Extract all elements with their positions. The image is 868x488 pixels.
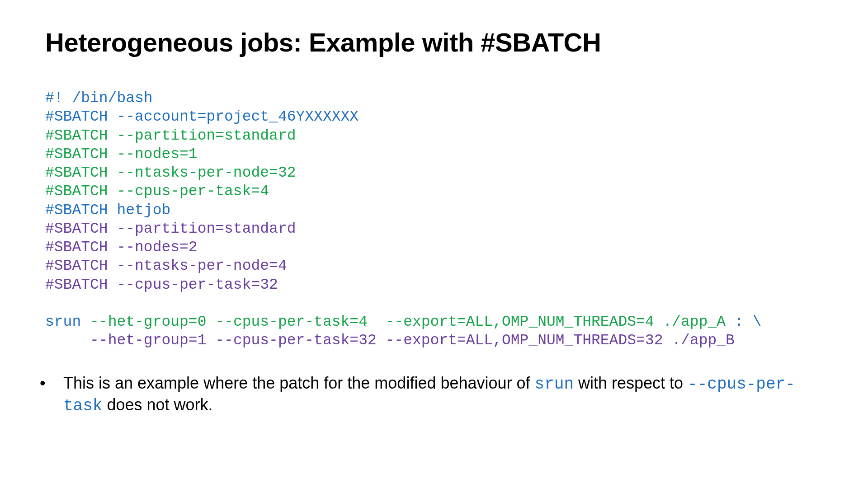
bullet-item: •This is an example where the patch for … <box>45 373 823 416</box>
bullet-text-3: does not work. <box>102 395 212 414</box>
code-srun-group1: --het-group=1 --cpus-per-task=32 --expor… <box>90 332 735 349</box>
slide-title: Heterogeneous jobs: Example with #SBATCH <box>45 27 823 57</box>
code-block: #! /bin/bash #SBATCH --account=project_4… <box>45 89 823 350</box>
inline-code-srun: srun <box>535 375 574 394</box>
bullet-marker: • <box>52 373 63 393</box>
code-line-ntasks-a: #SBATCH --ntasks-per-node=32 <box>45 164 296 181</box>
code-line-partition-b: #SBATCH --partition=standard <box>45 221 296 237</box>
code-line-partition-a: #SBATCH --partition=standard <box>45 127 296 144</box>
code-srun-cmd: srun <box>45 314 90 330</box>
code-srun-colon: : <box>726 314 752 330</box>
bullet-text-2: with respect to <box>574 374 688 392</box>
code-line-account: #SBATCH --account=project_46YXXXXXX <box>45 108 359 125</box>
code-line-cpus-a: #SBATCH --cpus-per-task=4 <box>45 183 269 200</box>
code-srun-group0: --het-group=0 --cpus-per-task=4 --export… <box>90 314 726 330</box>
code-line-shebang: #! /bin/bash <box>45 90 153 107</box>
bullet-text-1: This is an example where the patch for t… <box>63 374 535 392</box>
code-line-nodes-b: #SBATCH --nodes=2 <box>45 239 198 256</box>
code-line-nodes-a: #SBATCH --nodes=1 <box>45 146 198 163</box>
code-line-hetjob: #SBATCH hetjob <box>45 202 170 219</box>
code-line-ntasks-b: #SBATCH --ntasks-per-node=4 <box>45 258 287 274</box>
code-srun-backslash: \ <box>752 314 761 330</box>
code-srun-pad <box>45 332 90 349</box>
code-line-cpus-b: #SBATCH --cpus-per-task=32 <box>45 277 278 293</box>
slide: Heterogeneous jobs: Example with #SBATCH… <box>0 0 868 434</box>
